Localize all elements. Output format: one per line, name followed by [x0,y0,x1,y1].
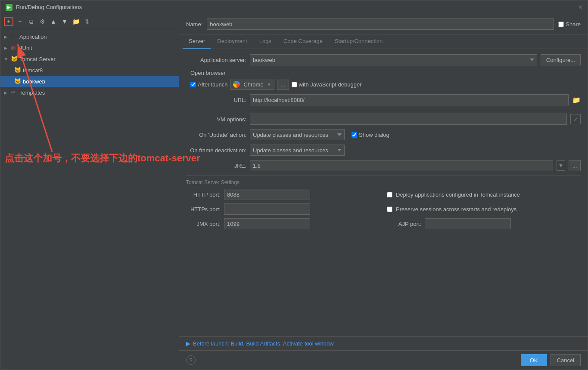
vm-options-input[interactable] [250,114,567,125]
tree-item-tomcat-server[interactable]: ▼ 🐱 Tomcat Server [0,53,179,65]
templates-icon: ✂ [11,89,18,96]
browser-select-row[interactable]: Chrome ▼ [230,79,274,90]
server-panel-content: Application server: bookweb Configure...… [179,49,588,336]
tree-item-label-junit: JUnit [19,45,175,51]
window-title: Run/Debug Configurations [16,4,82,10]
port-grid: HTTP port: Deploy applications configure… [186,189,581,229]
https-port-row: HTTPs port: [186,204,380,215]
url-label: URL: [186,97,246,103]
tree-item-application[interactable]: ▶ □ Application [0,31,179,42]
name-input[interactable] [207,18,554,30]
settings-config-button[interactable]: ⚙ [37,17,47,26]
title-bar: ▶ Run/Debug Configurations × [0,0,588,14]
https-port-input[interactable] [224,204,310,215]
ajp-port-label: AJP port: [387,221,421,227]
expand-arrow-junit: ▶ [4,46,9,50]
js-debugger-checkbox-area: with JavaScript debugger [292,81,362,88]
deploy-checkbox-row: Deploy applications configured in Tomcat… [387,189,581,200]
jre-row: JRE: ▼ ... [186,160,581,171]
expand-arrow-templates: ▶ [4,90,9,95]
sort-config-button[interactable]: ⇅ [82,17,92,26]
jmx-port-row: JMX port: [186,218,380,229]
bottom-bar: ? OK Cancel [179,350,588,370]
vm-options-row: VM options: ⤢ [186,114,581,125]
copy-config-button[interactable]: ⧉ [26,17,36,26]
show-dialog-checkbox-area: Show dialog [352,132,389,138]
application-icon: □ [11,33,18,40]
open-browser-section: Open browser [186,70,581,76]
url-input[interactable] [250,94,569,105]
on-update-select[interactable]: Update classes and resources [250,129,345,140]
preserve-checkbox-label: Preserve sessions across restarts and re… [396,206,516,213]
http-port-input[interactable] [224,189,310,200]
jre-dropdown-button[interactable]: ▼ [557,160,565,171]
app-server-row: Application server: bookweb Configure... [186,54,581,65]
app-server-label: Application server: [186,57,246,63]
help-button[interactable]: ? [186,355,196,365]
vm-options-expand-button[interactable]: ⤢ [570,114,581,124]
down-config-button[interactable]: ▼ [60,17,69,26]
before-launch-label: Before launch: Build, Build Artifacts, A… [193,340,334,347]
after-launch-label: After launch [198,81,227,88]
url-browse-button[interactable]: 📁 [572,96,581,104]
app-server-select[interactable]: bookweb [250,54,537,65]
expand-arrow-tomcat: ▼ [4,57,9,62]
tab-code-coverage[interactable]: Code Coverage [277,34,329,49]
tree-item-label-tomcat-server: Tomcat Server [19,56,175,62]
cancel-button[interactable]: Cancel [551,354,581,366]
tabs-row: Server Deployment Logs Code Coverage Sta… [179,34,588,49]
tree-item-bookweb[interactable]: 🐱 bookweb [0,76,179,87]
ok-button[interactable]: OK [521,354,547,366]
browser-more-button[interactable]: ... [277,79,289,90]
ajp-port-input[interactable] [425,218,511,229]
url-row: URL: 📁 [186,94,581,105]
deploy-checkbox[interactable] [387,192,392,197]
tab-logs[interactable]: Logs [253,34,277,49]
configure-button[interactable]: Configure... [541,54,581,65]
tab-server[interactable]: Server [183,34,211,49]
left-toolbar: + − ⧉ ⚙ ▲ ▼ 📁 ⇅ [0,14,179,29]
folder-config-button[interactable]: 📁 [71,17,81,26]
add-config-button[interactable]: + [4,17,13,26]
preserve-checkbox-row: Preserve sessions across restarts and re… [387,204,581,215]
jmx-port-input[interactable] [224,218,310,229]
tomcat-server-icon: 🐱 [11,56,18,62]
tree-item-label-templates: Templates [19,89,175,96]
jre-label: JRE: [186,163,246,169]
after-launch-checkbox[interactable] [190,82,196,87]
tab-deployment[interactable]: Deployment [211,34,253,49]
junit-icon: ◎ [11,44,18,51]
tab-startup-connection[interactable]: Startup/Connection [329,34,389,49]
js-debugger-checkbox[interactable] [292,82,297,87]
after-launch-checkbox-area: After launch [190,81,227,88]
https-port-label: HTTPs port: [186,206,221,213]
tomcat-settings-title: Tomcat Server Settings [186,179,581,185]
tree-item-tomcat8[interactable]: 🐱 tomcat8 [0,65,179,76]
js-debugger-label: with JavaScript debugger [299,81,362,88]
browser-dropdown-arrow: ▼ [267,82,271,87]
on-frame-select[interactable]: Update classes and resources [250,145,345,156]
before-launch-bar[interactable]: ▶ Before launch: Build, Build Artifacts,… [179,336,588,350]
jmx-port-label: JMX port: [186,221,221,227]
name-label: Name: [186,21,202,28]
jre-input[interactable] [250,160,553,171]
tree-item-junit[interactable]: ▶ ◎ JUnit [0,42,179,53]
remove-config-button[interactable]: − [15,17,25,26]
tree-item-label-tomcat8: tomcat8 [23,67,175,74]
browser-name-label: Chrome [243,81,263,88]
bookweb-icon: 🐱 [14,78,21,85]
window-icon: ▶ [6,4,12,11]
tree-item-templates[interactable]: ▶ ✂ Templates [0,87,179,98]
deploy-checkbox-label: Deploy applications configured in Tomcat… [396,191,520,198]
share-area: Share [558,21,581,28]
show-dialog-checkbox[interactable] [352,132,357,138]
jre-more-button[interactable]: ... [569,160,581,171]
config-tree: ▶ □ Application ▶ ◎ JUnit ▼ 🐱 Tomcat [0,29,179,100]
tree-item-label-bookweb: bookweb [23,78,175,85]
up-config-button[interactable]: ▲ [49,17,58,26]
share-checkbox[interactable] [558,22,564,27]
close-button[interactable]: × [579,4,582,11]
share-label: Share [566,21,581,28]
on-update-row: On 'Update' action: Update classes and r… [186,129,581,140]
preserve-checkbox[interactable] [387,207,392,212]
